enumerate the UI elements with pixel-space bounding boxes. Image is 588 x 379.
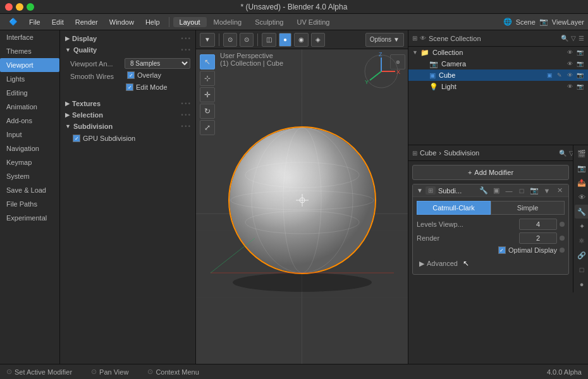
mod-close-icon[interactable]: ✕ — [554, 186, 565, 195]
mod-edge-icon[interactable]: — — [504, 187, 514, 195]
cube-edit-icon[interactable]: ✎ — [555, 71, 564, 80]
mod-vertex-icon[interactable]: ▣ — [491, 186, 501, 195]
sidebar-item-saveload[interactable]: Save & Load — [0, 183, 59, 197]
sidebar-item-viewport[interactable]: Viewport — [0, 58, 59, 72]
light-camera-icon[interactable]: 📷 — [575, 82, 584, 91]
light-eye-icon[interactable]: 👁 — [565, 82, 574, 91]
maximize-button[interactable] — [27, 3, 34, 11]
outliner-options-icon[interactable]: ☰ — [579, 35, 584, 42]
sidebar-item-input[interactable]: Input — [0, 128, 59, 141]
tree-item-camera[interactable]: 📷 Camera 👁 📷 — [408, 58, 588, 69]
tab-uv-editing[interactable]: UV Editing — [290, 17, 336, 27]
prop-icon-scene[interactable]: 🎬 — [575, 147, 588, 160]
sidebar-item-filepaths[interactable]: File Paths — [0, 197, 59, 211]
prop-icon-material[interactable]: ● — [575, 277, 588, 291]
prop-icon-particles[interactable]: ✦ — [575, 219, 588, 233]
viewport-solid-button[interactable]: ● — [279, 33, 291, 47]
overlay-checkbox[interactable]: ✓ — [127, 71, 135, 79]
tool-rotate[interactable]: ↻ — [200, 104, 215, 119]
add-modifier-button[interactable]: + Add Modifier — [412, 165, 569, 180]
viewport-render-button[interactable]: ◈ — [311, 33, 325, 47]
prop-icon-modifier[interactable]: 🔧 — [575, 205, 588, 219]
tab-modeling[interactable]: Modeling — [207, 17, 248, 27]
sidebar-item-animation[interactable]: Animation — [0, 100, 59, 114]
menu-help[interactable]: Help — [140, 17, 165, 27]
tab-layout[interactable]: Layout — [173, 17, 207, 27]
viewport-antialias-select[interactable]: 8 Samples 4 Samples 16 Samples — [125, 58, 190, 69]
camera-icon: 📷 — [429, 60, 438, 68]
cube-camera-icon[interactable]: 📷 — [575, 71, 584, 80]
section-subdivision[interactable]: ▼ Subdivision • • • — [60, 121, 195, 132]
section-textures[interactable]: ▶ Textures • • • — [60, 98, 195, 109]
mod-face-icon[interactable]: □ — [517, 187, 527, 195]
advanced-section[interactable]: ▶ Advanced ↖ — [417, 256, 565, 270]
menu-render[interactable]: Render — [70, 17, 103, 27]
section-display[interactable]: ▶ Display • • • — [60, 33, 195, 44]
cube-mesh-icon[interactable]: ▣ — [545, 71, 554, 80]
sidebar-item-keymap[interactable]: Keymap — [0, 155, 59, 169]
viewport-antialias-label: Viewport An... — [70, 60, 121, 68]
menu-file[interactable]: File — [24, 17, 46, 27]
editmode-checkbox[interactable]: ✓ — [126, 83, 133, 91]
menu-window[interactable]: Window — [104, 17, 139, 27]
sidebar-item-themes[interactable]: Themes — [0, 44, 59, 58]
sidebar-item-experimental[interactable]: Experimental — [0, 211, 59, 225]
tree-item-cube[interactable]: ▣ Cube ▣ ✎ 👁 📷 — [408, 69, 588, 81]
outliner-search-icon[interactable]: 🔍 — [561, 35, 568, 42]
menu-edit[interactable]: Edit — [47, 17, 69, 27]
catmull-clark-button[interactable]: Catmull-Clark — [417, 201, 491, 215]
tree-item-light[interactable]: 💡 Light 👁 📷 — [408, 81, 588, 92]
mod-name[interactable]: Subdi... — [438, 187, 476, 195]
sidebar-item-interface[interactable]: Interface — [0, 30, 59, 44]
tool-move[interactable]: ✛ — [200, 87, 215, 102]
mod-chevron-icon[interactable]: ▼ — [542, 187, 552, 195]
axis-gizmo[interactable]: X Z Y — [362, 52, 400, 90]
minimize-button[interactable] — [16, 3, 23, 11]
prop-icon-render[interactable]: 📷 — [575, 161, 588, 175]
gpu-subdivision-checkbox[interactable]: ✓ — [73, 135, 80, 142]
levels-render-value[interactable]: 2 — [519, 232, 557, 244]
prop-icon-constraints[interactable]: 🔗 — [575, 248, 588, 262]
collection-eye-icon[interactable]: 👁 — [565, 48, 574, 57]
simple-button[interactable]: Simple — [491, 201, 565, 215]
menu-blender[interactable]: 🔷 — [4, 16, 23, 27]
view-layer-name[interactable]: ViewLayer — [552, 18, 584, 26]
close-button[interactable] — [5, 3, 13, 11]
prop-icon-physics[interactable]: ⚛ — [575, 234, 588, 248]
optimal-display-checkbox[interactable]: ✓ — [498, 246, 506, 254]
prop-icon-output[interactable]: 📤 — [575, 176, 588, 190]
outliner-filter-icon[interactable]: ▽ — [571, 35, 576, 42]
section-selection[interactable]: ▶ Selection • • • — [60, 109, 195, 121]
prop-icon-view[interactable]: 👁 — [575, 190, 588, 204]
mod-expand-icon[interactable]: ▼ — [417, 187, 423, 194]
viewport-mode-button[interactable]: ▼ — [200, 33, 215, 47]
collection-camera-icon[interactable]: 📷 — [575, 48, 584, 57]
sidebar-item-addons[interactable]: Add-ons — [0, 114, 59, 128]
sidebar-item-editing[interactable]: Editing — [0, 86, 59, 100]
mod-camera-icon[interactable]: 📷 — [529, 186, 539, 195]
viewport-shading-button[interactable]: ⊙ — [223, 33, 237, 47]
levels-viewport-value[interactable]: 4 — [519, 219, 557, 230]
viewport-overlay-button[interactable]: ⊙ — [240, 33, 254, 47]
tab-sculpting[interactable]: Sculpting — [248, 17, 290, 27]
tool-cursor[interactable]: ⊹ — [200, 71, 215, 86]
viewport-options-button[interactable]: Options ▼ — [365, 33, 404, 47]
viewport-3d[interactable]: ▼ ⊙ ⊙ ◫ ● ◉ ◈ Options ▼ ↖ ⊹ ✛ ↻ ⤢ ⊛ User… — [196, 30, 408, 364]
tree-item-collection[interactable]: ▼ 📁 Collection 👁 📷 — [408, 47, 588, 58]
sidebar-item-navigation[interactable]: Navigation — [0, 141, 59, 155]
window-controls[interactable] — [5, 3, 34, 11]
camera-camera-icon[interactable]: 📷 — [575, 59, 584, 68]
tool-scale[interactable]: ⤢ — [200, 120, 215, 135]
prop-icon-object[interactable]: □ — [575, 263, 588, 277]
tool-select[interactable]: ↖ — [200, 54, 215, 69]
prop-search-icon[interactable]: 🔍 — [559, 150, 567, 157]
section-quality[interactable]: ▼ Quality • • • — [60, 44, 195, 56]
camera-eye-icon[interactable]: 👁 — [565, 59, 574, 68]
mod-wrench-icon[interactable]: 🔧 — [479, 186, 489, 195]
sidebar-item-system[interactable]: System — [0, 169, 59, 183]
sidebar-item-lights[interactable]: Lights — [0, 72, 59, 86]
cube-eye-icon[interactable]: 👁 — [565, 71, 574, 80]
scene-name[interactable]: Scene — [516, 18, 536, 26]
viewport-material-button[interactable]: ◉ — [294, 33, 309, 47]
viewport-xray-button[interactable]: ◫ — [262, 33, 276, 47]
